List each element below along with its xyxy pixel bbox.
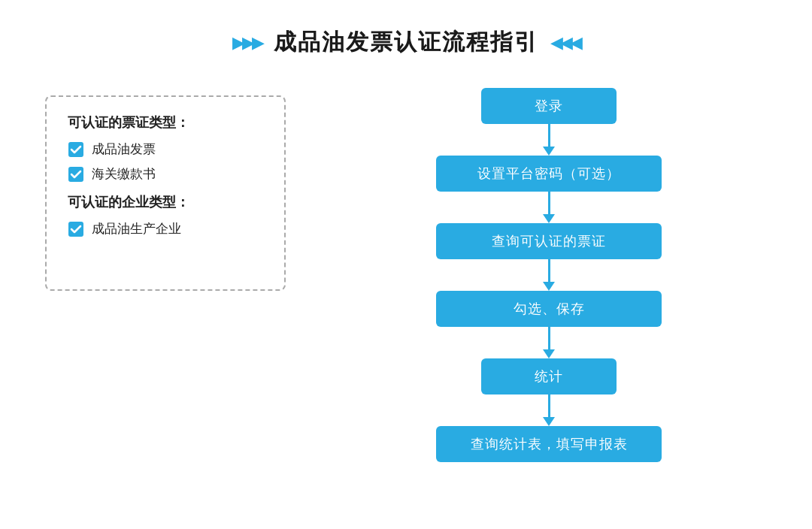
- info-item-1: 成品油发票: [68, 141, 263, 158]
- check-icon-3: [68, 221, 84, 237]
- arrow-head-2: [543, 214, 555, 223]
- flow-arrow-1: [543, 124, 555, 156]
- flow-node-2: 设置平台密码（可选）: [436, 156, 662, 192]
- section2-title: 可认证的企业类型：: [68, 193, 263, 211]
- arrow-head-5: [543, 417, 555, 426]
- flow-arrow-2: [543, 192, 555, 223]
- arrow-head-3: [543, 282, 555, 291]
- flow-node-6: 查询统计表，填写申报表: [436, 426, 662, 462]
- arrow-line-5: [548, 394, 550, 417]
- info-item-label-2: 海关缴款书: [92, 165, 156, 183]
- arrow-line-4: [548, 327, 550, 349]
- info-item-2: 海关缴款书: [68, 165, 263, 183]
- main-content: 可认证的票证类型： 成品油发票 海关缴款书: [0, 58, 812, 477]
- arrow-line-1: [548, 124, 550, 147]
- page-title: 成品油发票认证流程指引: [274, 27, 538, 58]
- flow-arrow-5: [543, 394, 555, 426]
- flowchart: 登录 设置平台密码（可选） 查询可认证的票证 勾选、保存: [331, 88, 767, 462]
- title-area: ▶▶▶ 成品油发票认证流程指引 ◀◀◀: [0, 0, 812, 58]
- title-arrows-left: ▶▶▶: [232, 33, 262, 53]
- flow-node-3: 查询可认证的票证: [436, 223, 662, 259]
- arrow-line-3: [548, 259, 550, 282]
- arrow-head-4: [543, 349, 555, 358]
- flow-node-4: 勾选、保存: [436, 291, 662, 327]
- info-item-label-3: 成品油生产企业: [92, 220, 181, 237]
- arrow-head-1: [543, 147, 555, 156]
- check-icon-2: [68, 166, 84, 183]
- info-item-label-1: 成品油发票: [92, 141, 156, 158]
- info-item-3: 成品油生产企业: [68, 220, 263, 237]
- title-arrows-right: ◀◀◀: [550, 33, 580, 53]
- section1-title: 可认证的票证类型：: [68, 113, 263, 131]
- info-box: 可认证的票证类型： 成品油发票 海关缴款书: [45, 95, 286, 291]
- page-container: ▶▶▶ 成品油发票认证流程指引 ◀◀◀ 可认证的票证类型： 成品油发票: [0, 0, 812, 529]
- flow-node-5: 统计: [481, 358, 617, 394]
- flow-arrow-4: [543, 327, 555, 358]
- arrow-line-2: [548, 192, 550, 214]
- check-icon-1: [68, 141, 84, 158]
- flow-node-1: 登录: [481, 88, 617, 124]
- flow-arrow-3: [543, 259, 555, 291]
